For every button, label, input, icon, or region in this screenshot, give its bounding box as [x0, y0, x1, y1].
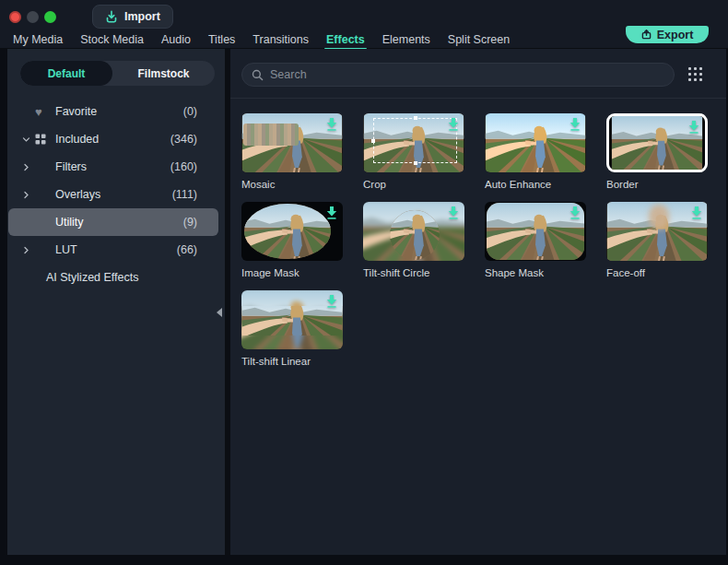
search-bar[interactable] — [241, 63, 675, 87]
lut-count: (66) — [177, 243, 197, 256]
import-label: Import — [124, 10, 160, 23]
grid-view-icon[interactable] — [688, 67, 704, 83]
effect-thumbnail-image-mask[interactable] — [241, 202, 343, 261]
effects-panel: Mosaic Crop Auto Enhance — [230, 49, 726, 555]
effect-card-crop: Crop — [363, 113, 464, 190]
download-icon[interactable] — [325, 206, 338, 220]
sidebar-item-favorite[interactable]: ♥ Favorite (0) — [7, 98, 225, 125]
search-input[interactable] — [270, 68, 664, 81]
sidebar-item-ai-stylized-effects[interactable]: AI Stylized Effects — [7, 264, 225, 291]
titlebar: Import Export — [0, 0, 728, 33]
effect-card-tilt-shift-linear: Tilt-shift Linear — [241, 290, 343, 367]
tab-my-media[interactable]: My Media — [13, 33, 63, 49]
search-icon — [252, 69, 264, 81]
chevron-right-icon — [22, 163, 30, 171]
effect-card-border: Border — [606, 113, 708, 190]
sidebar-item-utility[interactable]: Utility (9) — [8, 208, 218, 236]
effect-name: Border — [606, 179, 708, 190]
effect-thumbnail-tilt-shift-linear[interactable] — [241, 290, 343, 349]
effect-thumbnail-face-off[interactable] — [606, 202, 708, 261]
effect-name: Tilt-shift Circle — [363, 267, 464, 278]
effect-name: Crop — [363, 179, 464, 190]
sidebar-item-lut[interactable]: LUT (66) — [7, 236, 225, 264]
sidebar-item-overlays[interactable]: Overlays (111) — [7, 181, 225, 208]
effect-name: Auto Enhance — [485, 179, 586, 190]
main-area: Default Filmstock ♥ Favorite (0) — [0, 49, 728, 555]
filters-count: (160) — [170, 160, 197, 173]
download-icon[interactable] — [447, 117, 460, 132]
effect-name: Shape Mask — [485, 267, 586, 278]
effects-grid: Mosaic Crop Auto Enhance — [230, 99, 726, 367]
sidebar-collapse-icon[interactable] — [215, 307, 224, 318]
effect-thumbnail-crop[interactable] — [363, 113, 464, 172]
crop-overlay — [373, 118, 457, 163]
tab-audio[interactable]: Audio — [161, 33, 191, 49]
mosaic-overlay — [243, 124, 299, 146]
sidebar-item-filters[interactable]: Filters (160) — [7, 153, 225, 181]
overlays-count: (111) — [172, 188, 197, 201]
chevron-right-icon — [22, 191, 30, 199]
effect-name: Tilt-shift Linear — [241, 356, 343, 367]
tab-stock-media[interactable]: Stock Media — [80, 33, 144, 49]
media-tabs: My Media Stock Media Audio Titles Transi… — [0, 33, 728, 49]
effect-card-image-mask: Image Mask — [241, 202, 343, 278]
utility-count: (9) — [183, 216, 197, 229]
close-window-button[interactable] — [9, 11, 21, 23]
zoom-window-button[interactable] — [44, 11, 56, 23]
heart-icon: ♥ — [35, 106, 42, 118]
download-icon[interactable] — [687, 120, 700, 135]
minimize-window-button[interactable] — [27, 11, 39, 23]
effect-thumbnail-auto-enhance[interactable] — [485, 113, 586, 172]
tab-titles[interactable]: Titles — [208, 33, 235, 49]
download-icon[interactable] — [325, 117, 338, 132]
source-toggle: Default Filmstock — [20, 61, 215, 86]
effect-name: Face-off — [606, 267, 708, 278]
tab-effects[interactable]: Effects — [326, 33, 365, 49]
chevron-down-icon — [22, 135, 30, 144]
effect-card-mosaic: Mosaic — [241, 113, 343, 190]
effect-card-face-off: Face-off — [606, 202, 708, 278]
included-count: (346) — [170, 133, 197, 146]
effect-thumbnail-border[interactable] — [606, 113, 708, 172]
effect-card-tilt-shift-circle: Tilt-shift Circle — [363, 202, 464, 278]
tab-elements[interactable]: Elements — [382, 33, 430, 49]
download-icon[interactable] — [569, 117, 581, 132]
download-icon[interactable] — [690, 206, 703, 220]
download-icon[interactable] — [325, 294, 338, 309]
import-icon — [105, 10, 118, 23]
effect-card-auto-enhance: Auto Enhance — [485, 113, 586, 190]
effect-thumbnail-mosaic[interactable] — [241, 113, 343, 172]
sidebar-item-included[interactable]: Included (346) — [7, 125, 225, 153]
toggle-option-default[interactable]: Default — [20, 61, 112, 86]
face-blur-overlay — [649, 205, 669, 230]
category-list: ♥ Favorite (0) — [7, 98, 225, 291]
download-icon[interactable] — [447, 206, 460, 220]
effect-card-shape-mask: Shape Mask — [485, 202, 586, 278]
import-button[interactable]: Import — [92, 5, 173, 29]
chevron-right-icon — [22, 246, 30, 254]
effect-thumbnail-shape-mask[interactable] — [485, 202, 586, 261]
tab-split-screen[interactable]: Split Screen — [448, 33, 510, 49]
effect-name: Image Mask — [241, 267, 343, 278]
toggle-option-filmstock[interactable]: Filmstock — [112, 61, 215, 86]
effect-thumbnail-tilt-shift-circle[interactable] — [363, 202, 464, 261]
app-header: Import Export My Media Stock Media Audio… — [0, 0, 728, 49]
effect-name: Mosaic — [241, 179, 343, 190]
category-grid-icon — [35, 134, 46, 145]
download-icon[interactable] — [569, 206, 581, 220]
favorite-count: (0) — [183, 105, 197, 118]
effects-sidebar: Default Filmstock ♥ Favorite (0) — [7, 49, 225, 555]
search-row — [230, 49, 726, 87]
tab-transitions[interactable]: Transitions — [252, 33, 309, 49]
